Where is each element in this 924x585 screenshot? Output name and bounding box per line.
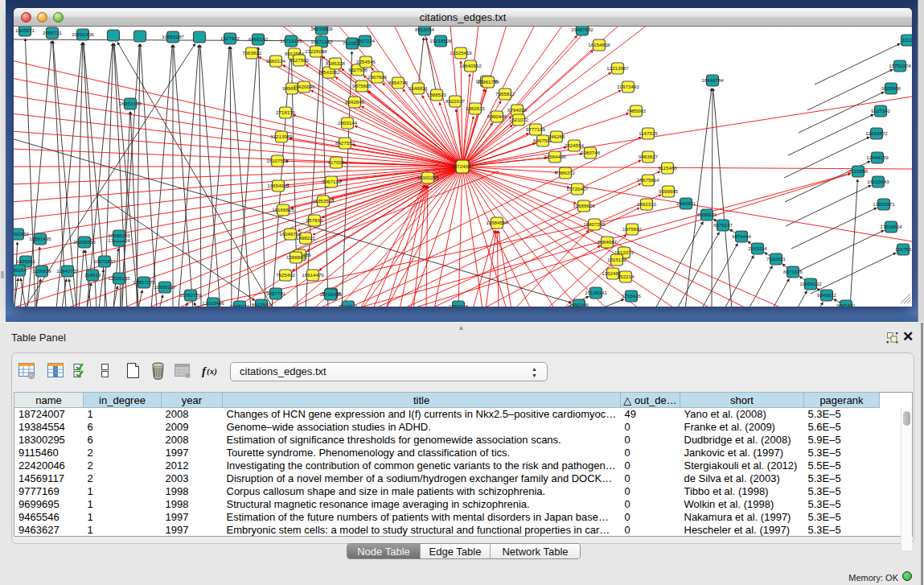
svg-text:252214: 252214 — [618, 274, 634, 279]
svg-text:1640951: 1640951 — [676, 200, 696, 206]
svg-text:9857791: 9857791 — [266, 290, 286, 296]
svg-text:16107553: 16107553 — [266, 158, 289, 163]
svg-text:12093872: 12093872 — [865, 130, 888, 136]
svg-text:1435061: 1435061 — [16, 258, 36, 264]
svg-text:20691406: 20691406 — [72, 31, 94, 37]
svg-text:10973493: 10973493 — [617, 84, 639, 89]
svg-text:19166825: 19166825 — [272, 207, 294, 212]
svg-text:15720407: 15720407 — [566, 186, 589, 192]
svg-text:16154808: 16154808 — [588, 42, 610, 47]
svg-text:2254546: 2254546 — [356, 59, 376, 64]
svg-text:9777169: 9777169 — [526, 126, 546, 132]
svg-text:2803144: 2803144 — [338, 120, 358, 126]
svg-text:12505135: 12505135 — [108, 275, 130, 281]
svg-text:23420046: 23420046 — [293, 84, 315, 89]
svg-text:12213969: 12213969 — [270, 134, 293, 139]
svg-text:9242848: 9242848 — [345, 99, 365, 105]
svg-text:10975867: 10975867 — [93, 258, 116, 264]
svg-text:16210643: 16210643 — [867, 179, 889, 184]
svg-text:10719155: 10719155 — [280, 38, 302, 43]
svg-text:10958107: 10958107 — [154, 284, 176, 290]
svg-text:12444159: 12444159 — [866, 154, 889, 160]
svg-text:16914479: 16914479 — [302, 272, 324, 278]
svg-text:1405571: 1405571 — [15, 27, 35, 33]
svg-text:12213967: 12213967 — [606, 65, 629, 71]
svg-text:8813054: 8813054 — [415, 27, 435, 32]
svg-text:1975692: 1975692 — [622, 226, 643, 232]
svg-text:9127500: 9127500 — [290, 57, 310, 63]
svg-text:15136141: 15136141 — [585, 290, 607, 295]
svg-text:1492310: 1492310 — [637, 201, 657, 207]
svg-text:19654983: 19654983 — [267, 183, 290, 188]
svg-text:7357224: 7357224 — [355, 38, 376, 43]
svg-text:9227342: 9227342 — [871, 108, 891, 113]
svg-text:6466160: 6466160 — [248, 36, 269, 42]
svg-text:23226058: 23226058 — [305, 48, 327, 54]
svg-text:9146821: 9146821 — [409, 85, 429, 91]
svg-text:16033809: 16033809 — [310, 27, 333, 31]
svg-text:7625402: 7625402 — [276, 272, 296, 278]
svg-text:3215958: 3215958 — [848, 168, 869, 174]
svg-text:1815132: 1815132 — [607, 257, 627, 262]
svg-text:16782759: 16782759 — [179, 292, 202, 298]
svg-text:8990448: 8990448 — [487, 113, 507, 119]
svg-text:13325419: 13325419 — [450, 50, 472, 56]
svg-text:13692971: 13692971 — [873, 201, 895, 207]
svg-text:2718170: 2718170 — [276, 109, 296, 115]
svg-text:10688609: 10688609 — [573, 203, 595, 208]
svg-text:19218506: 19218506 — [429, 38, 452, 43]
svg-text:16046716: 16046716 — [279, 231, 302, 237]
svg-text:15751074: 15751074 — [889, 63, 911, 68]
svg-text:1350218: 1350218 — [449, 303, 469, 307]
svg-text:18300295: 18300295 — [417, 175, 439, 180]
svg-text:1588520: 1588520 — [427, 92, 447, 97]
svg-text:7485063: 7485063 — [626, 108, 647, 113]
svg-text:12023446: 12023446 — [202, 300, 224, 306]
svg-text:9245612: 9245612 — [817, 292, 837, 298]
svg-text:9463627: 9463627 — [639, 154, 659, 159]
svg-text:6794028: 6794028 — [507, 107, 528, 113]
svg-text:2055721: 2055721 — [43, 30, 63, 35]
svg-text:18724007: 18724007 — [451, 163, 474, 169]
svg-text:7632621: 7632621 — [766, 256, 786, 262]
svg-text:1288893: 1288893 — [286, 254, 306, 260]
svg-text:857833: 857833 — [306, 217, 323, 223]
svg-text:7886372: 7886372 — [556, 170, 576, 175]
svg-text:9115460: 9115460 — [658, 165, 677, 171]
svg-text:12942737: 12942737 — [56, 268, 79, 274]
svg-text:9084067: 9084067 — [598, 239, 618, 245]
svg-text:2367608: 2367608 — [368, 74, 388, 80]
svg-text:1527602: 1527602 — [220, 35, 240, 41]
svg-text:9242311: 9242311 — [339, 303, 358, 307]
svg-text:417006: 417006 — [328, 159, 345, 165]
svg-text:8427552: 8427552 — [335, 140, 355, 146]
svg-text:8938923: 8938923 — [697, 212, 717, 217]
svg-text:18998359: 18998359 — [108, 233, 130, 238]
svg-text:1092346: 1092346 — [569, 302, 589, 307]
svg-text:26053346: 26053346 — [119, 101, 142, 106]
svg-text:8322037: 8322037 — [446, 98, 466, 104]
svg-text:3267130: 3267130 — [322, 179, 342, 184]
svg-text:9085491: 9085491 — [836, 303, 856, 307]
svg-text:7663822: 7663822 — [242, 50, 262, 56]
svg-text:17957275: 17957275 — [133, 279, 155, 285]
svg-text:8186328: 8186328 — [326, 60, 346, 66]
svg-text:9875685: 9875685 — [352, 83, 372, 89]
svg-text:116753: 116753 — [895, 246, 912, 252]
svg-text:8454749: 8454749 — [388, 80, 409, 85]
svg-text:29487682: 29487682 — [571, 27, 593, 32]
svg-text:11353594: 11353594 — [312, 198, 335, 204]
svg-text:746266: 746266 — [548, 134, 565, 139]
svg-text:8471676: 8471676 — [783, 269, 803, 274]
svg-text:1733426: 1733426 — [622, 293, 642, 299]
svg-text:21564436: 21564436 — [544, 154, 566, 159]
svg-text:1621072: 1621072 — [509, 117, 529, 122]
svg-text:2933114: 2933114 — [748, 245, 767, 251]
svg-text:1147515: 1147515 — [639, 130, 658, 136]
svg-text:10961758: 10961758 — [477, 79, 499, 84]
svg-text:(x): (x) — [207, 366, 217, 377]
svg-text:10654122: 10654122 — [799, 281, 822, 286]
svg-text:9245073: 9245073 — [230, 303, 250, 307]
svg-text:3624554: 3624554 — [565, 142, 585, 148]
svg-text:7955812: 7955812 — [495, 91, 515, 97]
